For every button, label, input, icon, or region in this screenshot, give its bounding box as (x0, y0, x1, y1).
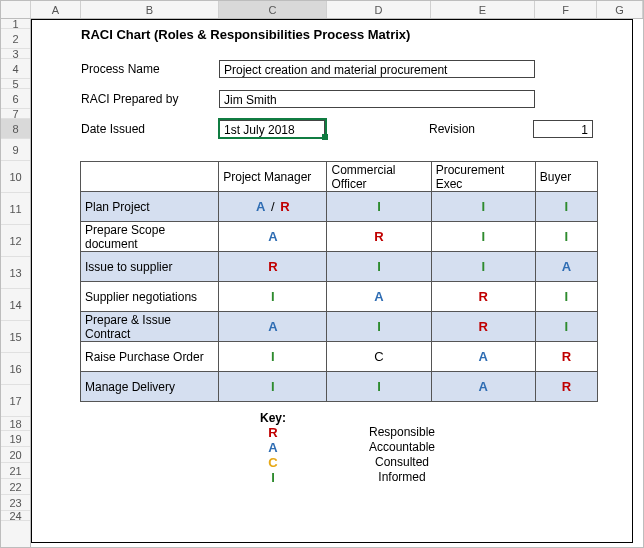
raci-value-cell[interactable]: A / R (219, 192, 327, 222)
column-header-a[interactable]: A (31, 1, 81, 18)
column-header-g[interactable]: G (597, 1, 643, 18)
input-revision[interactable]: 1 (533, 120, 593, 138)
row-header[interactable]: 12 (1, 225, 30, 257)
row-header[interactable]: 21 (1, 463, 30, 479)
key-letter: R (219, 425, 327, 440)
raci-value-cell[interactable]: I (327, 372, 431, 402)
input-process-name[interactable]: Project creation and material procuremen… (219, 60, 535, 78)
row-header[interactable]: 15 (1, 321, 30, 353)
row-header[interactable]: 5 (1, 79, 30, 89)
raci-value-cell[interactable]: R (327, 222, 431, 252)
raci-value-cell[interactable]: I (219, 372, 327, 402)
key-text: Informed (327, 470, 477, 485)
key-letter: I (219, 470, 327, 485)
task-name-cell[interactable]: Issue to supplier (81, 252, 219, 282)
column-header-f[interactable]: F (535, 1, 597, 18)
row-header[interactable]: 1 (1, 19, 30, 29)
table-row: Supplier negotiationsIARI (81, 282, 598, 312)
row-header[interactable]: 3 (1, 49, 30, 59)
field-date-revision: Date Issued 1st July 2018 Revision 1 (81, 119, 593, 139)
label-date-issued: Date Issued (81, 122, 219, 136)
column-header-b[interactable]: B (81, 1, 219, 18)
key-letter: C (219, 455, 327, 470)
sheet-body[interactable]: RACI Chart (Roles & Responsibilities Pro… (31, 19, 643, 547)
task-name-cell[interactable]: Manage Delivery (81, 372, 219, 402)
key-block: Key: RResponsibleAAccountableCConsultedI… (219, 411, 479, 485)
select-all-corner[interactable] (1, 1, 31, 18)
raci-value-cell[interactable]: R (535, 372, 597, 402)
column-header-c[interactable]: C (219, 1, 327, 18)
row-header[interactable]: 19 (1, 431, 30, 447)
row-header[interactable]: 8 (1, 119, 30, 139)
column-header-row: A B C D E F G (1, 1, 643, 19)
label-process-name: Process Name (81, 62, 219, 76)
role-header[interactable]: Commercial Officer (327, 162, 431, 192)
raci-header-row: Project Manager Commercial Officer Procu… (81, 162, 598, 192)
role-header[interactable]: Procurement Exec (431, 162, 535, 192)
key-text: Accountable (327, 440, 477, 455)
raci-value-cell[interactable]: R (431, 312, 535, 342)
raci-value-cell[interactable]: I (327, 252, 431, 282)
row-header[interactable]: 10 (1, 161, 30, 193)
raci-value-cell[interactable]: A (219, 312, 327, 342)
raci-value-cell[interactable]: A (219, 222, 327, 252)
row-header[interactable]: 16 (1, 353, 30, 385)
raci-value-cell[interactable]: R (431, 282, 535, 312)
task-name-cell[interactable]: Supplier negotiations (81, 282, 219, 312)
raci-value-cell[interactable]: A (431, 342, 535, 372)
column-header-d[interactable]: D (327, 1, 431, 18)
raci-value-cell[interactable]: I (219, 342, 327, 372)
raci-value-cell[interactable]: A (327, 282, 431, 312)
raci-value-cell[interactable]: A (431, 372, 535, 402)
raci-value-cell[interactable]: A (535, 252, 597, 282)
row-header[interactable]: 20 (1, 447, 30, 463)
row-header[interactable]: 24 (1, 511, 30, 521)
table-row: Prepare & Issue ContractAIRI (81, 312, 598, 342)
raci-value-cell[interactable]: C (327, 342, 431, 372)
task-name-cell[interactable]: Prepare Scope document (81, 222, 219, 252)
raci-value-cell[interactable]: I (327, 312, 431, 342)
raci-value-cell[interactable]: I (431, 252, 535, 282)
raci-value-cell[interactable]: R (219, 252, 327, 282)
label-revision: Revision (429, 122, 533, 136)
row-header[interactable]: 14 (1, 289, 30, 321)
task-name-cell[interactable]: Raise Purchase Order (81, 342, 219, 372)
raci-value-cell[interactable]: I (327, 192, 431, 222)
raci-value-cell[interactable]: I (431, 192, 535, 222)
row-header[interactable]: 22 (1, 479, 30, 495)
field-prepared-by: RACI Prepared by Jim Smith (81, 89, 535, 109)
row-header[interactable]: 11 (1, 193, 30, 225)
table-row: Issue to supplierRIIA (81, 252, 598, 282)
task-name-cell[interactable]: Plan Project (81, 192, 219, 222)
row-header[interactable]: 18 (1, 417, 30, 431)
raci-value-cell[interactable]: I (535, 312, 597, 342)
role-header[interactable]: Buyer (535, 162, 597, 192)
role-header[interactable]: Project Manager (219, 162, 327, 192)
row-header[interactable]: 6 (1, 89, 30, 109)
row-header[interactable]: 13 (1, 257, 30, 289)
table-row: Manage DeliveryIIAR (81, 372, 598, 402)
key-text: Consulted (327, 455, 477, 470)
raci-corner-cell[interactable] (81, 162, 219, 192)
raci-value-cell[interactable]: I (535, 192, 597, 222)
input-prepared-by[interactable]: Jim Smith (219, 90, 535, 108)
raci-value-cell[interactable]: I (219, 282, 327, 312)
table-row: Raise Purchase OrderICAR (81, 342, 598, 372)
raci-value-cell[interactable]: I (535, 282, 597, 312)
raci-table: Project Manager Commercial Officer Procu… (80, 161, 598, 402)
spreadsheet-window: A B C D E F G 12345678910111213141516171… (0, 0, 644, 548)
row-header[interactable]: 17 (1, 385, 30, 417)
task-name-cell[interactable]: Prepare & Issue Contract (81, 312, 219, 342)
row-header[interactable]: 4 (1, 59, 30, 79)
row-header[interactable]: 7 (1, 109, 30, 119)
raci-value-cell[interactable]: R (535, 342, 597, 372)
raci-value-cell[interactable]: I (535, 222, 597, 252)
key-text: Responsible (327, 425, 477, 440)
column-header-e[interactable]: E (431, 1, 535, 18)
row-header[interactable]: 2 (1, 29, 30, 49)
input-date-issued[interactable]: 1st July 2018 (219, 120, 325, 138)
raci-value-cell[interactable]: I (431, 222, 535, 252)
table-row: Plan ProjectA / RIII (81, 192, 598, 222)
table-row: Prepare Scope documentARII (81, 222, 598, 252)
row-header[interactable]: 9 (1, 139, 30, 161)
